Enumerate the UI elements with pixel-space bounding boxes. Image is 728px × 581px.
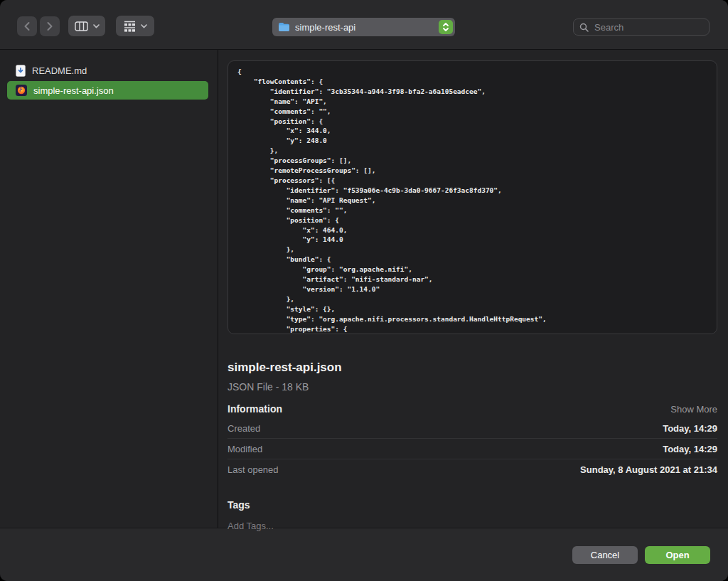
chevron-right-icon: [46, 21, 53, 31]
group-view-button[interactable]: [116, 16, 154, 36]
file-row[interactable]: README.md: [7, 61, 208, 80]
forward-button[interactable]: [40, 16, 60, 36]
info-row-label: Modified: [228, 444, 262, 454]
file-name-title: simple-rest-api.json: [228, 361, 717, 375]
open-button[interactable]: Open: [645, 546, 710, 564]
info-row: Last openedSunday, 8 August 2021 at 21:3…: [228, 459, 717, 480]
search-input[interactable]: [593, 21, 721, 33]
current-folder-label: simple-rest-api: [295, 22, 439, 33]
file-list: README.mdsimple-rest-api.json: [0, 61, 218, 100]
info-row-label: Last opened: [228, 464, 279, 475]
search-icon: [579, 23, 589, 32]
tags-heading: Tags: [228, 499, 717, 511]
current-folder-dropdown[interactable]: simple-rest-api: [272, 18, 455, 36]
file-name-label: simple-rest-api.json: [33, 85, 114, 96]
columns-view-icon: [75, 21, 88, 31]
info-row-value: Today, 14:29: [663, 444, 717, 454]
dialog-footer: Cancel Open: [0, 528, 728, 581]
dialog-content: README.mdsimple-rest-api.json { "flowCon…: [0, 50, 728, 528]
column-view-button[interactable]: [68, 16, 105, 36]
chevron-down-icon: [93, 24, 100, 28]
file-name-label: README.md: [32, 65, 87, 76]
file-list-sidebar: README.mdsimple-rest-api.json: [0, 50, 218, 528]
info-row-value: Today, 14:29: [663, 423, 717, 434]
folder-icon: [278, 22, 290, 32]
info-row: CreatedToday, 14:29: [228, 418, 717, 439]
add-tags-field[interactable]: Add Tags...: [228, 521, 717, 531]
back-button[interactable]: [17, 16, 37, 36]
file-preview-box: { "flowContents": { "identifier": "3cb35…: [228, 60, 717, 334]
group-items-icon: [124, 21, 136, 32]
search-field[interactable]: [573, 18, 710, 36]
chevron-left-icon: [23, 21, 31, 31]
open-file-dialog: simple-rest-api README.mdsimple-rest-api…: [0, 0, 728, 581]
chevron-down-icon: [141, 24, 147, 28]
folder-stepper-icon: [439, 20, 453, 34]
file-kind-size: JSON File - 18 KB: [228, 381, 717, 393]
preview-pane: { "flowContents": { "identifier": "3cb35…: [218, 50, 728, 528]
show-more-link[interactable]: Show More: [670, 404, 717, 415]
toolbar: simple-rest-api: [0, 0, 728, 50]
markdown-file-icon: [16, 65, 26, 77]
info-row: ModifiedToday, 14:29: [228, 439, 717, 459]
json-preview-code: { "flowContents": { "identifier": "3cb35…: [228, 61, 717, 334]
json-file-icon: [16, 85, 27, 96]
information-rows: CreatedToday, 14:29ModifiedToday, 14:29L…: [228, 418, 717, 480]
file-info-section: simple-rest-api.json JSON File - 18 KB I…: [228, 361, 717, 531]
info-row-value: Sunday, 8 August 2021 at 21:34: [580, 464, 717, 475]
information-heading: Information: [228, 403, 282, 415]
file-row[interactable]: simple-rest-api.json: [7, 81, 208, 100]
cancel-button[interactable]: Cancel: [572, 546, 638, 564]
info-row-label: Created: [228, 423, 260, 434]
